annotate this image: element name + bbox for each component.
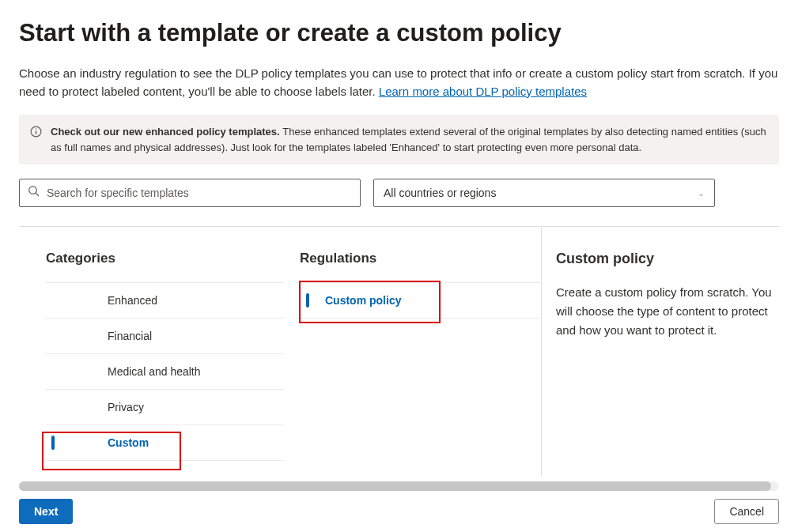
info-icon bbox=[30, 126, 42, 142]
category-custom-label: Custom bbox=[108, 436, 149, 449]
accent-bar bbox=[306, 293, 309, 308]
details-title: Custom policy bbox=[556, 251, 776, 267]
next-button[interactable]: Next bbox=[19, 499, 73, 524]
search-input[interactable] bbox=[47, 187, 352, 199]
info-banner: Check out our new enhanced policy templa… bbox=[19, 115, 779, 164]
footer: Next Cancel bbox=[0, 490, 798, 532]
search-box[interactable] bbox=[19, 179, 361, 207]
regulations-list: Custom policy bbox=[295, 282, 541, 319]
cancel-button[interactable]: Cancel bbox=[714, 499, 779, 524]
region-dropdown-label: All countries or regions bbox=[384, 187, 496, 199]
accent-bar bbox=[51, 436, 55, 450]
svg-line-4 bbox=[36, 193, 39, 196]
search-icon bbox=[28, 185, 40, 201]
details-text: Create a custom policy from scratch. You… bbox=[556, 283, 776, 340]
svg-point-3 bbox=[29, 187, 37, 194]
chevron-down-icon: ⌄ bbox=[698, 188, 705, 198]
regulation-label: Custom policy bbox=[325, 294, 401, 307]
details-column: Custom policy Create a custom policy fro… bbox=[542, 227, 779, 477]
regulations-column: Regulations Custom policy bbox=[284, 227, 542, 477]
regulations-title: Regulations bbox=[300, 251, 541, 266]
category-privacy[interactable]: Privacy bbox=[46, 389, 284, 424]
page-description: Choose an industry regulation to see the… bbox=[19, 65, 779, 100]
page-title: Start with a template or create a custom… bbox=[19, 19, 779, 47]
category-financial[interactable]: Financial bbox=[46, 318, 284, 353]
categories-title: Categories bbox=[46, 251, 284, 266]
svg-point-2 bbox=[36, 129, 36, 130]
categories-list: Enhanced Financial Medical and health Pr… bbox=[46, 282, 284, 461]
category-medical[interactable]: Medical and health bbox=[46, 353, 284, 389]
region-dropdown[interactable]: All countries or regions ⌄ bbox=[373, 179, 715, 207]
learn-more-link[interactable]: Learn more about DLP policy templates bbox=[379, 85, 587, 98]
regulation-custom-policy[interactable]: Custom policy bbox=[295, 282, 541, 319]
category-custom[interactable]: Custom bbox=[46, 424, 284, 461]
banner-strong: Check out our new enhanced policy templa… bbox=[51, 126, 282, 138]
category-enhanced[interactable]: Enhanced bbox=[46, 282, 284, 318]
categories-column: Categories Enhanced Financial Medical an… bbox=[19, 227, 284, 477]
